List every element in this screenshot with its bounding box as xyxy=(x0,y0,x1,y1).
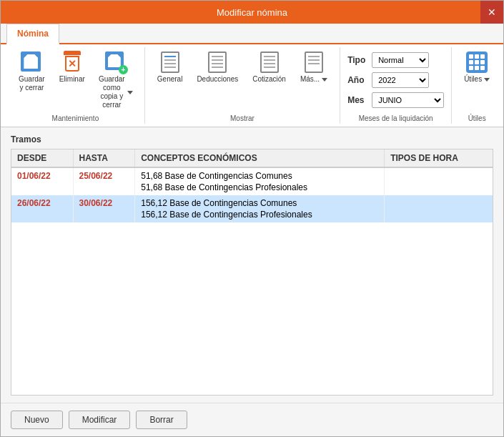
tab-nomina[interactable]: Nómina xyxy=(6,24,59,44)
mostrar-group-label: Mostrar xyxy=(152,113,332,124)
utiles-label: Útiles xyxy=(464,75,490,84)
guardar-copia-label: Guardar comocopia y cerrar xyxy=(99,75,133,109)
utiles-group-label: Útiles xyxy=(459,113,495,124)
guardar-label: Guardary cerrar xyxy=(19,75,45,92)
main-window: Modificar nómina ✕ Nómina Guard xyxy=(0,0,504,437)
cell-desde: 01/06/22 xyxy=(11,167,73,195)
mes-select[interactable]: ENEROFEBREROMARZO ABRILMAYOJUNIO JULIOAG… xyxy=(372,92,444,108)
guardar-copia-button[interactable]: + Guardar comocopia y cerrar xyxy=(94,47,137,113)
utiles-button[interactable]: Útiles xyxy=(459,47,495,87)
cell-tipos xyxy=(385,167,493,195)
tramos-table: DESDE HASTA CONCEPTOS ECONÓMICOS TIPOS D… xyxy=(11,149,493,222)
mas-label: Más... xyxy=(300,75,327,84)
deducciones-icon xyxy=(206,51,229,74)
delete-icon: ✕ xyxy=(61,51,84,74)
ribbon-group-mostrar: General Deducciones xyxy=(145,47,340,124)
mes-row: Mes ENEROFEBREROMARZO ABRILMAYOJUNIO JUL… xyxy=(347,92,444,108)
cotizacion-label: Cotización xyxy=(252,75,286,84)
savecopy-icon: + xyxy=(104,51,127,74)
mas-icon xyxy=(302,51,325,74)
cotizacion-icon xyxy=(258,51,281,74)
cell-desde: 26/06/22 xyxy=(11,195,73,222)
table-header-row: DESDE HASTA CONCEPTOS ECONÓMICOS TIPOS D… xyxy=(11,149,493,167)
tipo-label: Tipo xyxy=(347,55,367,65)
eliminar-label: Eliminar xyxy=(59,75,85,84)
title-bar: Modificar nómina ✕ xyxy=(1,1,503,24)
anio-select[interactable]: 2020 2021 2022 2023 xyxy=(372,72,429,88)
cell-hasta: 25/06/22 xyxy=(73,167,135,195)
cotizacion-button[interactable]: Cotización xyxy=(247,47,291,87)
cell-conceptos: 51,68 Base de Contingencias Comunes51,68… xyxy=(135,167,385,195)
borrar-button[interactable]: Borrar xyxy=(136,411,187,429)
tramos-table-container: DESDE HASTA CONCEPTOS ECONÓMICOS TIPOS D… xyxy=(11,149,493,396)
anio-label: Año xyxy=(347,75,367,85)
cell-tipos xyxy=(385,195,493,222)
ribbon-group-mantenimiento: Guardary cerrar ✕ Eliminar xyxy=(6,47,145,124)
nuevo-button[interactable]: Nuevo xyxy=(11,411,63,429)
save-icon xyxy=(20,51,43,74)
deducciones-button[interactable]: Deducciones xyxy=(192,47,243,87)
table-row[interactable]: 01/06/2225/06/2251,68 Base de Contingenc… xyxy=(11,167,493,195)
tipo-row: Tipo Normal Extra xyxy=(347,52,429,68)
col-desde: DESDE xyxy=(11,149,73,167)
close-button[interactable]: ✕ xyxy=(480,1,503,24)
col-conceptos: CONCEPTOS ECONÓMICOS xyxy=(135,149,385,167)
cell-hasta: 30/06/22 xyxy=(73,195,135,222)
ribbon-tabs: Nómina xyxy=(1,24,503,44)
mas-button[interactable]: Más... xyxy=(295,47,332,87)
col-hasta: HASTA xyxy=(73,149,135,167)
mes-label: Mes xyxy=(347,95,367,105)
modificar-button[interactable]: Modificar xyxy=(69,411,131,429)
col-tipos: TIPOS DE HORA xyxy=(385,149,493,167)
section-label: Tramos xyxy=(11,134,493,144)
mantenimiento-group-label: Mantenimiento xyxy=(14,113,137,124)
anio-row: Año 2020 2021 2022 2023 xyxy=(347,72,429,88)
footer: Nuevo Modificar Borrar xyxy=(1,403,503,436)
window-title: Modificar nómina xyxy=(217,7,287,18)
general-icon xyxy=(159,51,182,74)
meses-group-label: Meses de la liquidación xyxy=(347,113,444,124)
cell-conceptos: 156,12 Base de Contingencias Comunes156,… xyxy=(135,195,385,222)
calc-icon xyxy=(465,51,488,74)
eliminar-button[interactable]: ✕ Eliminar xyxy=(54,47,90,87)
tipo-select[interactable]: Normal Extra xyxy=(372,52,429,68)
content-area: Tramos DESDE HASTA CONCEPTOS ECONÓMICOS … xyxy=(1,127,503,403)
guardar-button[interactable]: Guardary cerrar xyxy=(14,47,50,96)
deducciones-label: Deducciones xyxy=(197,75,238,84)
table-row[interactable]: 26/06/2230/06/22156,12 Base de Contingen… xyxy=(11,195,493,222)
ribbon-group-meses: Tipo Normal Extra Año 2020 2021 2022 202… xyxy=(340,47,452,124)
ribbon-group-utiles: Útiles Útiles xyxy=(452,47,502,124)
general-label: General xyxy=(157,75,183,84)
ribbon: Guardary cerrar ✕ Eliminar xyxy=(1,44,503,127)
general-button[interactable]: General xyxy=(152,47,188,87)
